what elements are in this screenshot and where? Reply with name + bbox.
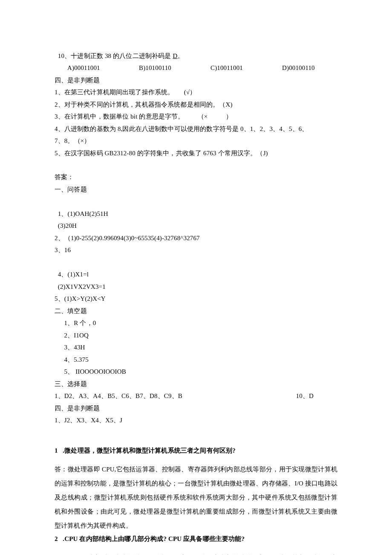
- essay-q1-body: 答：微处理器即 CPU,它包括运算器、控制器、寄存器阵列利内部总线等部分，用于实…: [55, 462, 337, 533]
- answers-sec1-2: 2、（1)0-255(2)0.996094(3)0~65535(4)-32768…: [55, 232, 337, 244]
- tf-item-5: 5、在汉字国标码 GB2312-80 的字符集中，共收集了 6763 个常用汉字…: [55, 147, 337, 160]
- answers-heading: 答案：: [55, 171, 337, 183]
- essay-q2-body: 答：CPU 在内部结构上由运算器、控制器、寄存器阵列和内部总线等各部分构成，其主…: [55, 551, 337, 555]
- answers-sec2-1: 1、R 个，0: [55, 317, 337, 329]
- answers-sec4-line: 1、J2、X3、X4、X5、J: [55, 414, 337, 427]
- answers-sec3-left: 1、D2、A3、A4、B5、C6、B7、D8、C9、B: [55, 390, 182, 402]
- answers-sec2-5: 5、 IIOOOOOIOOIOB: [55, 366, 337, 378]
- mcq-10-text-before: 10、十进制正数 38 的八位二进制补码是: [58, 52, 173, 59]
- tf-item-3: 3、在计算机中，数据单位 bit 的意思是字节。 （× ）: [55, 110, 337, 123]
- mcq-10: 10、十进制正数 38 的八位二进制补码是 D。: [55, 38, 337, 62]
- mcq-10-option-c: C)10011001: [210, 62, 282, 74]
- answers-sec1-title: 一、问答题: [55, 183, 337, 196]
- mcq-10-options: A)00011001 B)10100110 C)10011001 D)00100…: [55, 62, 337, 74]
- tf-item-4-line2: 7、8。（×）: [55, 135, 337, 147]
- answers-sec3-line: 1、D2、A3、A4、B5、C6、B7、D8、C9、B 10、D: [55, 390, 337, 402]
- answers-sec1-4b: (2)X1VX2VX3=1: [58, 283, 106, 290]
- section-4-title: 四、是非判断题: [55, 74, 337, 87]
- answers-sec1-1b: (3)20H: [58, 222, 77, 229]
- answers-sec2-2: 2、I1OQ: [55, 329, 337, 342]
- answers-sec1-1a: 1、(1)OAH(2)51H: [58, 208, 169, 220]
- answers-sec2-4: 4、5.375: [55, 354, 337, 366]
- answers-sec4-title: 四、是非判断题: [55, 402, 337, 415]
- mcq-10-text-after: 。: [177, 52, 184, 59]
- mcq-10-option-b: B)10100110: [139, 62, 210, 74]
- answers-sec2-3: 3、43H: [55, 341, 337, 354]
- answers-sec2-title: 二、填空题: [55, 305, 337, 317]
- answers-sec1-1: 1、(1)OAH(2)51H (3)20H: [55, 195, 337, 232]
- answers-sec3-right: 10、D: [296, 390, 314, 402]
- essay-q2-title: 2 .CPU 在内部结构上由哪几部分构成? CPU 应具备哪些主要功能?: [55, 533, 337, 545]
- essay-q1-title: 1 .微处理器，微型计算机和微型计算机系统三者之间有何区别?: [55, 445, 337, 457]
- answers-sec1-5: 5、(1)X>Y(2)X<Y: [55, 293, 337, 305]
- answers-sec1-4: 4、(1)X1=l (2)X1VX2VX3=1: [55, 256, 337, 293]
- answers-sec3-title: 三、选择题: [55, 378, 337, 390]
- mcq-10-answer-underlined: D: [173, 52, 177, 59]
- answers-sec1-4a: 4、(1)X1=l: [58, 268, 126, 281]
- tf-item-4-line1: 4、八进制数的基数为 8,因此在八进制数中可以使用的数字符号是 0、1、2、3、…: [55, 123, 337, 135]
- tf-item-1: 1、在第三代计算机期间出现了操作系统。 (√）: [55, 86, 337, 99]
- mcq-10-option-a: A)00011001: [67, 62, 139, 74]
- answers-sec1-3: 3、16: [55, 244, 337, 256]
- mcq-10-option-d: D)00100110: [282, 62, 315, 74]
- tf-item-2: 2、对于种类不同的计算机，其机器指令系统都是相同的。（X): [55, 99, 337, 111]
